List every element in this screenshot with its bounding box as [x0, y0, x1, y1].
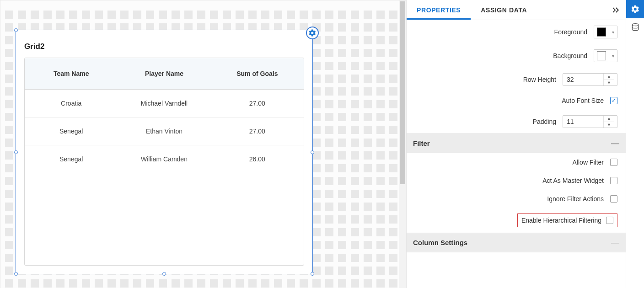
prop-foreground: Foreground ▾	[407, 20, 626, 44]
tab-properties[interactable]: PROPERTIES	[407, 0, 471, 20]
row-height-stepper[interactable]: ▲ ▼	[563, 73, 617, 86]
tool-data-source-icon[interactable]	[626, 18, 644, 37]
grid-cell: 26.00	[211, 145, 304, 173]
grid-cell: 27.00	[211, 117, 304, 145]
step-up-icon[interactable]: ▲	[604, 74, 614, 80]
prop-auto-font-size: Auto Font Size	[407, 91, 626, 110]
grid-cell: 27.00	[211, 90, 304, 117]
hierarchical-filtering-checkbox[interactable]	[606, 217, 613, 224]
step-down-icon[interactable]: ▼	[604, 122, 614, 128]
properties-panel: PROPERTIES ASSIGN DATA Foreground ▾ Back…	[406, 0, 644, 288]
grid-cell: Michael Varndell	[118, 90, 210, 117]
resize-handle-se[interactable]	[311, 272, 314, 276]
grid-header-cell[interactable]: Player Name	[118, 58, 210, 89]
foreground-swatch	[597, 27, 606, 37]
side-tool-strip	[626, 0, 644, 288]
section-column-settings-header[interactable]: Column Settings —	[407, 233, 626, 252]
padding-input[interactable]	[563, 116, 603, 128]
prop-label: Row Height	[415, 76, 563, 83]
row-height-input[interactable]	[563, 74, 603, 85]
prop-master-widget: Act As Master Widget	[407, 171, 626, 190]
chevron-down-icon: ▾	[609, 50, 617, 62]
resize-handle-s[interactable]	[162, 272, 166, 276]
resize-handle-sw[interactable]	[14, 272, 18, 276]
highlighted-option: Enable Hierarchical Filtering	[517, 213, 617, 227]
prop-hierarchical-filtering: Enable Hierarchical Filtering	[407, 208, 626, 233]
grid-cell: Senegal	[25, 117, 118, 145]
prop-label: Ignore Filter Actions	[415, 195, 610, 203]
prop-background: Background ▾	[407, 44, 626, 68]
prop-row-height: Row Height ▲ ▼	[407, 68, 626, 91]
grid-table: Team Name Player Name Sum of Goals Croat…	[24, 58, 304, 266]
resize-handle-nw[interactable]	[14, 28, 18, 32]
grid-cell: Senegal	[25, 145, 118, 173]
step-down-icon[interactable]: ▼	[604, 80, 614, 86]
prop-label: Act As Master Widget	[415, 177, 610, 184]
prop-allow-filter: Allow Filter	[407, 153, 626, 171]
prop-label: Padding	[415, 118, 563, 125]
svg-point-0	[632, 24, 638, 26]
panel-collapse-button[interactable]	[609, 4, 622, 16]
grid-header-cell[interactable]: Sum of Goals	[211, 58, 304, 89]
allow-filter-checkbox[interactable]	[610, 159, 617, 166]
resize-handle-e[interactable]	[311, 150, 314, 154]
grid-row[interactable]: Senegal William Camden 26.00	[25, 145, 304, 173]
section-title: Filter	[413, 139, 430, 147]
background-swatch	[597, 51, 606, 60]
tab-assign-data[interactable]: ASSIGN DATA	[471, 0, 537, 20]
grid-cell: William Camden	[118, 145, 210, 173]
foreground-color-picker[interactable]: ▾	[594, 26, 617, 38]
prop-label: Background	[415, 52, 594, 59]
grid-row[interactable]: Senegal Ethan Vinton 27.00	[25, 117, 304, 145]
background-color-picker[interactable]: ▾	[594, 49, 617, 62]
canvas-vertical-scrollbar[interactable]	[399, 0, 406, 288]
auto-font-size-checkbox[interactable]	[610, 97, 617, 104]
chevron-down-icon: ▾	[609, 26, 617, 38]
design-canvas[interactable]: Grid2 Team Name Player Name Sum of Goals…	[0, 0, 406, 288]
padding-stepper[interactable]: ▲ ▼	[563, 115, 617, 128]
master-widget-checkbox[interactable]	[610, 177, 617, 184]
prop-label: Allow Filter	[415, 159, 610, 166]
tool-properties-gear-icon[interactable]	[626, 0, 644, 18]
collapse-section-icon: —	[611, 238, 619, 247]
widget-title: Grid2	[24, 42, 44, 51]
prop-label: Enable Hierarchical Filtering	[521, 217, 606, 224]
grid-cell: Ethan Vinton	[118, 117, 210, 145]
panel-tabs: PROPERTIES ASSIGN DATA	[407, 0, 626, 20]
grid-row[interactable]: Croatia Michael Varndell 27.00	[25, 90, 304, 117]
prop-label: Auto Font Size	[415, 97, 610, 104]
prop-padding: Padding ▲ ▼	[407, 110, 626, 133]
prop-ignore-filter-actions: Ignore Filter Actions	[407, 190, 626, 208]
section-filter-header[interactable]: Filter —	[407, 133, 626, 153]
grid-header-cell[interactable]: Team Name	[25, 58, 118, 89]
grid-cell: Croatia	[25, 90, 118, 117]
ignore-filter-actions-checkbox[interactable]	[610, 195, 617, 203]
grid-header-row: Team Name Player Name Sum of Goals	[25, 58, 304, 90]
selected-widget-grid2[interactable]: Grid2 Team Name Player Name Sum of Goals…	[16, 30, 313, 274]
step-up-icon[interactable]: ▲	[604, 116, 614, 122]
panel-scroll-body[interactable]: Foreground ▾ Background ▾ Row Height	[407, 20, 626, 288]
prop-label: Foreground	[415, 28, 594, 36]
widget-settings-gear-icon[interactable]	[306, 27, 319, 39]
collapse-section-icon: —	[611, 139, 619, 148]
section-title: Column Settings	[413, 239, 467, 246]
scrollbar-thumb[interactable]	[400, 1, 405, 184]
resize-handle-w[interactable]	[14, 150, 18, 154]
